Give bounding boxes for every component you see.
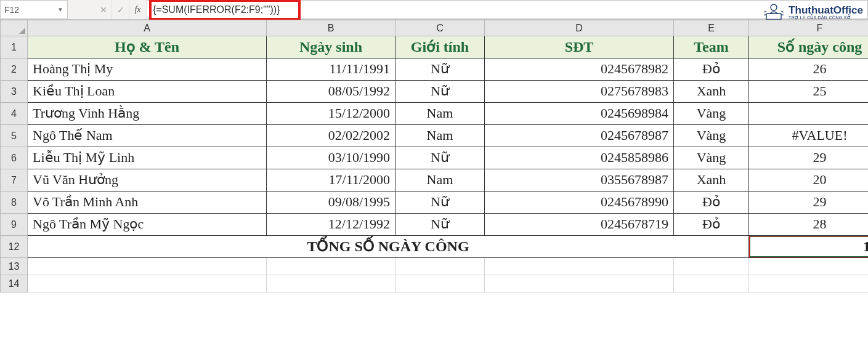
empty-cell[interactable] <box>267 275 395 292</box>
name-box[interactable]: F12 ▼ <box>0 0 68 19</box>
row-header[interactable]: 3 <box>1 81 28 103</box>
cell-gender[interactable]: Nữ <box>395 192 485 214</box>
svg-point-3 <box>771 4 777 10</box>
spreadsheet-grid[interactable]: A B C D E F 1 Họ & Tên Ngày sinh Giới tí… <box>0 20 868 292</box>
cell-days[interactable]: 25 <box>749 81 869 103</box>
col-header-F[interactable]: F <box>749 20 869 36</box>
svg-line-4 <box>764 11 766 12</box>
empty-cell[interactable] <box>395 275 485 292</box>
cell-dob[interactable]: 15/12/2000 <box>267 103 395 125</box>
empty-cell[interactable] <box>395 258 485 275</box>
cell-dob[interactable]: 11/11/1991 <box>267 58 395 81</box>
select-all-corner[interactable] <box>1 20 28 36</box>
cell-days[interactable]: 28 <box>749 214 869 236</box>
cell-team[interactable]: Xanh <box>674 169 749 192</box>
cell-gender[interactable]: Nữ <box>395 58 485 81</box>
name-box-value: F12 <box>4 5 19 15</box>
row-header-12[interactable]: 12 <box>1 236 28 258</box>
col-header-B[interactable]: B <box>267 20 395 36</box>
cell-phone[interactable]: 0355678987 <box>485 169 674 192</box>
cell-gender[interactable]: Nữ <box>395 81 485 103</box>
cell-name[interactable]: Hoàng Thị My <box>28 58 267 81</box>
cell-gender[interactable]: Nam <box>395 103 485 125</box>
name-box-dropdown-icon[interactable]: ▼ <box>57 6 63 13</box>
cell-team[interactable]: Đỏ <box>674 214 749 236</box>
row-header[interactable]: 2 <box>1 58 28 81</box>
col-header-E[interactable]: E <box>674 20 749 36</box>
cell-gender[interactable]: Nữ <box>395 147 485 169</box>
col-header-C[interactable]: C <box>395 20 485 36</box>
total-label[interactable]: TỔNG SỐ NGÀY CÔNG <box>28 236 749 258</box>
enter-formula-icon[interactable]: ✓ <box>112 0 129 19</box>
empty-cell[interactable] <box>749 258 869 275</box>
cell-name[interactable]: Ngô Thế Nam <box>28 125 267 147</box>
insert-function-icon[interactable]: fx <box>129 0 147 19</box>
cell-days[interactable]: 26 <box>749 58 869 81</box>
row-header[interactable]: 14 <box>1 275 28 292</box>
cell-phone[interactable]: 0245678719 <box>485 214 674 236</box>
row-header[interactable]: 13 <box>1 258 28 275</box>
cell-gender[interactable]: Nữ <box>395 214 485 236</box>
empty-cell[interactable] <box>267 258 395 275</box>
header-dob[interactable]: Ngày sinh <box>267 36 395 58</box>
cell-team[interactable]: Đỏ <box>674 192 749 214</box>
cell-phone[interactable]: 0245678990 <box>485 192 674 214</box>
row-header-1[interactable]: 1 <box>1 36 28 58</box>
cell-dob[interactable]: 09/08/1995 <box>267 192 395 214</box>
cell-name[interactable]: Liễu Thị Mỹ Linh <box>28 147 267 169</box>
formula-input[interactable]: {=SUM(IFERROR(F2:F9;""))} <box>147 0 868 19</box>
cell-dob[interactable]: 02/02/2002 <box>267 125 395 147</box>
row-header[interactable]: 9 <box>1 214 28 236</box>
empty-cell[interactable] <box>485 275 674 292</box>
cell-gender[interactable]: Nam <box>395 169 485 192</box>
empty-cell[interactable] <box>749 275 869 292</box>
col-header-A[interactable]: A <box>28 20 267 36</box>
cell-name[interactable]: Ngô Trần Mỹ Ngọc <box>28 214 267 236</box>
empty-cell[interactable] <box>674 275 749 292</box>
cell-days[interactable]: 20 <box>749 169 869 192</box>
empty-cell[interactable] <box>674 258 749 275</box>
header-name[interactable]: Họ & Tên <box>28 36 267 58</box>
row-header[interactable]: 7 <box>1 169 28 192</box>
row-header[interactable]: 6 <box>1 147 28 169</box>
cell-dob[interactable]: 08/05/1992 <box>267 81 395 103</box>
cell-dob[interactable]: 03/10/1990 <box>267 147 395 169</box>
cell-team[interactable]: Vàng <box>674 103 749 125</box>
cell-phone[interactable]: 0275678983 <box>485 81 674 103</box>
cell-phone[interactable]: 0245678982 <box>485 58 674 81</box>
cell-name[interactable]: Võ Trần Minh Anh <box>28 192 267 214</box>
svg-line-6 <box>781 11 784 12</box>
row-header[interactable]: 5 <box>1 125 28 147</box>
col-header-D[interactable]: D <box>485 20 674 36</box>
empty-cell[interactable] <box>28 258 267 275</box>
cell-phone[interactable]: 0245678987 <box>485 125 674 147</box>
cell-team[interactable]: Vàng <box>674 125 749 147</box>
header-days[interactable]: Số ngày công <box>749 36 869 58</box>
cell-days[interactable] <box>749 103 869 125</box>
cell-phone[interactable]: 0245858986 <box>485 147 674 169</box>
empty-cell[interactable] <box>28 275 267 292</box>
cell-days[interactable]: 29 <box>749 147 869 169</box>
cell-gender[interactable]: Nam <box>395 125 485 147</box>
row-header[interactable]: 4 <box>1 103 28 125</box>
cell-team[interactable]: Xanh <box>674 81 749 103</box>
cell-name[interactable]: Vũ Văn Hưởng <box>28 169 267 192</box>
cancel-formula-icon[interactable]: ✕ <box>95 0 112 19</box>
cell-dob[interactable]: 12/12/1992 <box>267 214 395 236</box>
cell-name[interactable]: Kiều Thị Loan <box>28 81 267 103</box>
empty-cell[interactable] <box>485 258 674 275</box>
logo-sub-text: TRỢ LÝ CỦA DÂN CÔNG SỞ <box>789 15 863 20</box>
cell-name[interactable]: Trương Vinh Hằng <box>28 103 267 125</box>
cell-days[interactable]: #VALUE! <box>749 125 869 147</box>
row-header[interactable]: 8 <box>1 192 28 214</box>
header-gender[interactable]: Giới tính <box>395 36 485 58</box>
cell-team[interactable]: Vàng <box>674 147 749 169</box>
cell-phone[interactable]: 0245698984 <box>485 103 674 125</box>
header-phone[interactable]: SĐT <box>485 36 674 58</box>
header-team[interactable]: Team <box>674 36 749 58</box>
total-value-cell[interactable]: 157 <box>749 236 869 258</box>
cell-days[interactable]: 29 <box>749 192 869 214</box>
cell-team[interactable]: Đỏ <box>674 58 749 81</box>
cell-dob[interactable]: 17/11/2000 <box>267 169 395 192</box>
logo-main-text: ThuthuatOffice <box>789 5 863 15</box>
